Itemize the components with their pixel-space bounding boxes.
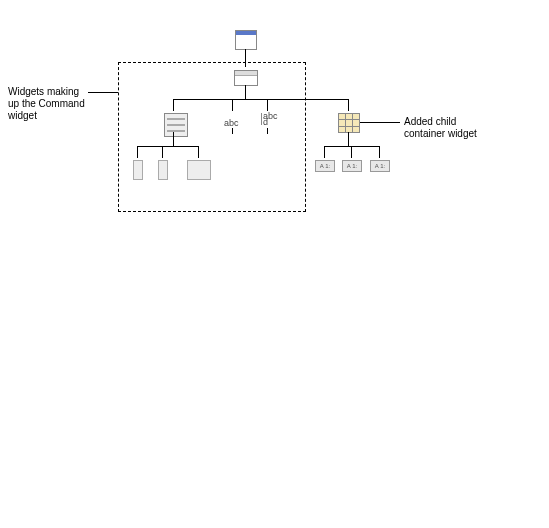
tree-connector	[379, 146, 380, 158]
chip-node: A 1:	[315, 160, 335, 172]
right-annotation-l2: container widget	[404, 128, 477, 139]
textfield-line2: d	[263, 117, 268, 127]
window-icon	[235, 30, 257, 50]
annotation-leader	[360, 122, 400, 123]
tree-connector	[348, 99, 349, 111]
grid-icon	[338, 113, 360, 133]
annotation-leader	[88, 92, 118, 93]
chip-icon: A 1:	[342, 160, 362, 172]
panel-node	[234, 70, 258, 86]
textfield-node: abc d	[261, 113, 278, 125]
tree-connector	[198, 146, 199, 158]
right-annotation-l1: Added child	[404, 116, 456, 127]
tree-connector	[267, 99, 268, 111]
left-annotation: Widgets making up the Command widget	[8, 86, 98, 122]
chip-node: A 1:	[370, 160, 390, 172]
tree-connector	[348, 138, 349, 146]
tree-connector	[173, 138, 174, 146]
form-node	[164, 113, 188, 137]
tree-connector	[351, 146, 352, 158]
tree-connector	[245, 91, 246, 99]
tree-connector	[232, 99, 233, 111]
tree-connector	[173, 99, 348, 100]
root-window-node	[235, 30, 257, 50]
left-annotation-l3: widget	[8, 110, 37, 121]
chip-icon: A 1:	[315, 160, 335, 172]
label-node: abc	[224, 118, 239, 128]
small-widget-icon	[133, 160, 143, 180]
tree-connector	[173, 99, 174, 111]
tree-connector	[137, 146, 198, 147]
small-widget-node	[133, 160, 143, 180]
tree-tick	[267, 128, 268, 134]
label-text: abc	[224, 118, 239, 128]
tree-tick	[232, 128, 233, 134]
grid-container-node	[338, 113, 360, 133]
tree-connector	[137, 146, 138, 158]
chip-node: A 1:	[342, 160, 362, 172]
tree-connector	[324, 146, 325, 158]
form-icon	[164, 113, 188, 137]
small-widget-node	[187, 160, 211, 180]
small-widget-wide-icon	[187, 160, 211, 180]
small-widget-icon	[158, 160, 168, 180]
panel-icon	[234, 70, 258, 86]
right-annotation: Added child container widget	[404, 116, 504, 140]
tree-connector	[162, 146, 163, 158]
small-widget-node	[158, 160, 168, 180]
left-annotation-l1: Widgets making	[8, 86, 79, 97]
chip-icon: A 1:	[370, 160, 390, 172]
left-annotation-l2: up the Command	[8, 98, 85, 109]
command-widget-group	[118, 62, 306, 212]
